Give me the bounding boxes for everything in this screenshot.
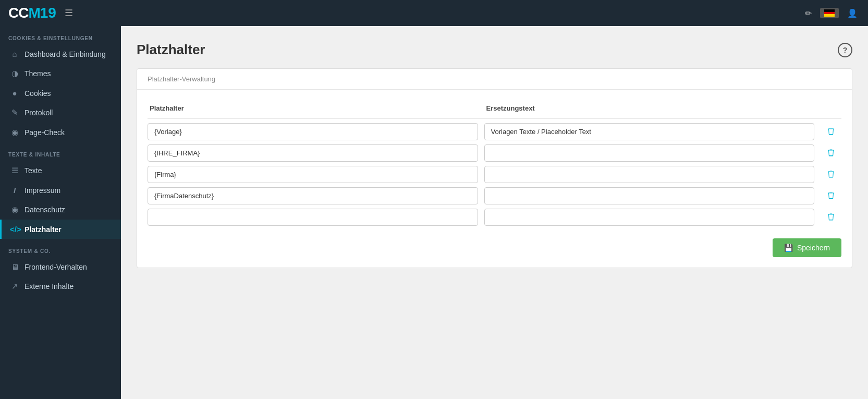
trash-icon: [827, 128, 835, 136]
user-icon[interactable]: 👤: [845, 6, 860, 20]
sidebar-item-label: Datenschutz: [25, 205, 65, 214]
cookies-icon: ●: [10, 89, 19, 98]
save-disk-icon: 💾: [784, 244, 793, 252]
frontend-icon: 🖥: [10, 262, 19, 271]
protokoll-icon: ✎: [10, 108, 19, 117]
sidebar-item-label: Platzhalter: [25, 225, 62, 234]
topnav-right: ✏ 👤: [803, 6, 860, 20]
platzhalter-card: Platzhalter-Verwaltung Platzhalter Erset…: [137, 68, 852, 268]
card-tab: Platzhalter-Verwaltung: [137, 69, 852, 90]
col-ersetzungstext-header: Ersetzungstext: [484, 104, 815, 112]
themes-icon: ◑: [10, 69, 19, 78]
hamburger-icon[interactable]: ☰: [65, 7, 73, 19]
impressum-icon: I: [10, 186, 19, 195]
main-content: Platzhalter ? Platzhalter-Verwaltung Pla…: [121, 26, 868, 399]
sidebar-item-label: Page-Check: [25, 128, 65, 137]
platzhalter-icon: </>: [10, 225, 19, 234]
sidebar-item-label: Themes: [25, 69, 51, 78]
delete-button-1[interactable]: [821, 147, 841, 160]
texte-icon: ☰: [10, 166, 19, 175]
save-section: 💾 Speichern: [148, 238, 841, 257]
ersetzungstext-input-1[interactable]: [484, 144, 815, 162]
trash-icon: [827, 171, 835, 179]
sidebar-item-page-check[interactable]: ◉ Page-Check: [0, 123, 121, 142]
pagecheck-icon: ◉: [10, 128, 19, 137]
card-body: Platzhalter Ersetzungstext: [137, 90, 852, 268]
ersetzungstext-input-0[interactable]: [484, 123, 815, 140]
help-icon[interactable]: ?: [838, 43, 852, 57]
sidebar-section-cookies: Cookies & Einstellungen: [0, 26, 121, 44]
topnav-left: CCM19 ☰: [8, 5, 73, 21]
logo-ccm: CCM: [8, 5, 40, 21]
platzhalter-input-3[interactable]: [148, 187, 478, 204]
sidebar-item-cookies[interactable]: ● Cookies: [0, 83, 121, 103]
ersetzungstext-input-4[interactable]: [484, 209, 815, 226]
sidebar-item-dashboard[interactable]: ⌂ Dashboard & Einbindung: [0, 44, 121, 64]
page-title: Platzhalter: [137, 42, 205, 58]
sidebar-item-externe[interactable]: ↗ Externe Inhalte: [0, 276, 121, 296]
flag-de-icon: [824, 9, 835, 17]
sidebar-item-label: Cookies: [25, 89, 51, 98]
platzhalter-input-4[interactable]: [148, 209, 478, 226]
sidebar-item-frontend[interactable]: 🖥 Frontend-Verhalten: [0, 257, 121, 276]
logo-19: 19: [40, 5, 56, 21]
sidebar-item-themes[interactable]: ◑ Themes: [0, 64, 121, 83]
ersetzungstext-input-2[interactable]: [484, 166, 815, 183]
externe-icon: ↗: [10, 282, 19, 291]
table-row: [148, 123, 841, 140]
sidebar-item-texte[interactable]: ☰ Texte: [0, 161, 121, 180]
page-header: Platzhalter ?: [137, 42, 852, 58]
trash-icon: [827, 213, 835, 222]
table-row: [148, 166, 841, 183]
sidebar-section-texte: Texte & Inhalte: [0, 142, 121, 161]
sidebar-item-impressum[interactable]: I Impressum: [0, 180, 121, 200]
table-header: Platzhalter Ersetzungstext: [148, 100, 841, 119]
ersetzungstext-input-3[interactable]: [484, 187, 815, 204]
platzhalter-input-1[interactable]: [148, 144, 478, 162]
delete-button-3[interactable]: [821, 190, 841, 202]
sidebar-item-label: Frontend-Verhalten: [25, 263, 87, 271]
language-button[interactable]: [820, 8, 839, 18]
sidebar-item-label: Externe Inhalte: [25, 282, 74, 291]
sidebar-item-label: Texte: [25, 166, 42, 175]
topnav: CCM19 ☰ ✏ 👤: [0, 0, 868, 26]
delete-button-2[interactable]: [821, 168, 841, 181]
sidebar-item-label: Protokoll: [25, 108, 53, 117]
sidebar-item-datenschutz[interactable]: ◉ Datenschutz: [0, 200, 121, 220]
trash-icon: [827, 192, 835, 200]
table-row: [148, 209, 841, 226]
delete-button-4[interactable]: [821, 211, 841, 224]
sidebar-item-platzhalter[interactable]: </> Platzhalter: [0, 220, 121, 239]
table-row: [148, 144, 841, 162]
sidebar-item-protokoll[interactable]: ✎ Protokoll: [0, 103, 121, 123]
sidebar-item-label: Dashboard & Einbindung: [25, 50, 106, 58]
save-button-label: Speichern: [797, 244, 830, 252]
table-row: [148, 187, 841, 204]
layout: Cookies & Einstellungen ⌂ Dashboard & Ei…: [0, 26, 868, 399]
col-platzhalter-header: Platzhalter: [148, 104, 478, 112]
datenschutz-icon: ◉: [10, 205, 19, 214]
save-button[interactable]: 💾 Speichern: [773, 238, 841, 257]
delete-button-0[interactable]: [821, 126, 841, 138]
trash-icon: [827, 149, 835, 158]
sidebar-item-label: Impressum: [25, 186, 60, 195]
home-icon: ⌂: [10, 50, 19, 58]
platzhalter-input-2[interactable]: [148, 166, 478, 183]
sidebar-section-system: System & Co.: [0, 239, 121, 257]
sidebar: Cookies & Einstellungen ⌂ Dashboard & Ei…: [0, 26, 121, 399]
platzhalter-input-0[interactable]: [148, 123, 478, 140]
logo: CCM19: [8, 5, 56, 21]
edit-icon[interactable]: ✏: [803, 6, 814, 20]
